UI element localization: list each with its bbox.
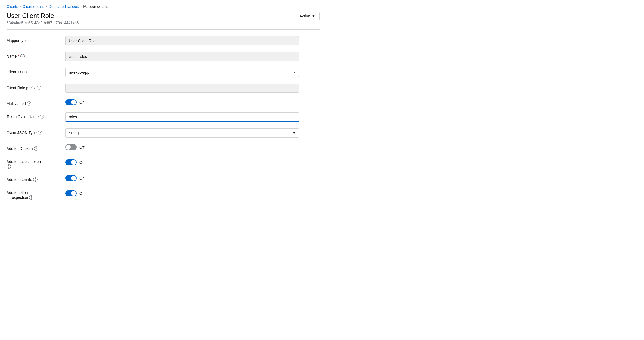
page-header: User Client Role 634a4ad5-cc65-43d0-bd87… bbox=[7, 12, 320, 25]
help-icon-add-to-userinfo[interactable]: ? bbox=[33, 177, 38, 182]
breadcrumb-sep-1: › bbox=[20, 5, 21, 8]
label-bottom-token-introspection: introspection ? bbox=[7, 195, 61, 200]
label-top-access-token: Add to access token bbox=[7, 159, 61, 164]
label-claim-json-type: Claim JSON Type ? bbox=[7, 128, 61, 135]
help-icon-claim-json-type[interactable]: ? bbox=[38, 131, 42, 135]
breadcrumb: Clients › Client details › Dedicated sco… bbox=[7, 4, 320, 9]
control-name bbox=[65, 52, 299, 61]
action-button[interactable]: Action ▼ bbox=[295, 12, 320, 20]
form-row-token-claim-name: Token Claim Name ? bbox=[7, 112, 320, 122]
label-add-to-access-token: Add to access token ? bbox=[7, 157, 61, 169]
control-token-claim-name bbox=[65, 112, 299, 122]
form-row-add-to-token-introspection: Add to token introspection ? On bbox=[7, 188, 320, 200]
toggle-multivalued[interactable] bbox=[65, 99, 77, 105]
help-icon-token-claim-name[interactable]: ? bbox=[40, 115, 44, 119]
toggle-add-to-userinfo[interactable] bbox=[65, 175, 77, 181]
control-mapper-type bbox=[65, 36, 299, 45]
form-container: Mapper type Name * ? Client ID ? bbox=[7, 36, 320, 200]
control-add-to-access-token: On bbox=[65, 157, 299, 165]
toggle-slider-multivalued bbox=[65, 99, 77, 105]
breadcrumb-clients[interactable]: Clients bbox=[7, 4, 18, 9]
form-row-add-to-userinfo: Add to userinfo ? On bbox=[7, 175, 320, 182]
toggle-wrapper-multivalued: On bbox=[65, 99, 299, 105]
label-add-to-userinfo: Add to userinfo ? bbox=[7, 175, 61, 182]
control-claim-json-type: String JSON long int boolean ▼ bbox=[65, 128, 299, 138]
toggle-slider-add-to-userinfo bbox=[65, 175, 77, 181]
input-name bbox=[65, 52, 299, 61]
input-client-role-prefix[interactable] bbox=[65, 84, 299, 93]
label-client-role-prefix: Client Role prefix ? bbox=[7, 84, 61, 90]
help-icon-add-to-id-token[interactable]: ? bbox=[34, 146, 38, 151]
required-indicator: * bbox=[18, 54, 19, 58]
form-row-client-id: Client ID ? rn-expo-app ▼ bbox=[7, 68, 320, 77]
label-token-claim-name: Token Claim Name ? bbox=[7, 112, 61, 119]
page-container: Clients › Client details › Dedicated sco… bbox=[0, 0, 326, 211]
breadcrumb-current: Mapper details bbox=[83, 4, 108, 9]
action-button-label: Action bbox=[300, 14, 310, 18]
control-add-to-userinfo: On bbox=[65, 175, 299, 181]
help-icon-add-to-token-introspection[interactable]: ? bbox=[29, 195, 33, 200]
toggle-label-add-to-access-token: On bbox=[79, 160, 85, 165]
input-token-claim-name[interactable] bbox=[65, 112, 299, 122]
label-add-to-token-introspection: Add to token introspection ? bbox=[7, 188, 61, 200]
label-mapper-type: Mapper type bbox=[7, 36, 61, 43]
help-icon-client-role-prefix[interactable]: ? bbox=[37, 86, 41, 90]
help-icon-name[interactable]: ? bbox=[20, 54, 25, 58]
toggle-label-multivalued: On bbox=[79, 100, 85, 104]
toggle-wrapper-add-to-access-token: On bbox=[65, 159, 299, 165]
control-add-to-id-token: Off bbox=[65, 144, 299, 150]
toggle-wrapper-add-to-userinfo: On bbox=[65, 175, 299, 181]
label-bottom-access-token: ? bbox=[7, 164, 61, 169]
toggle-add-to-access-token[interactable] bbox=[65, 159, 77, 165]
toggle-label-add-to-userinfo: On bbox=[79, 176, 85, 180]
toggle-add-to-token-introspection[interactable] bbox=[65, 190, 77, 196]
form-row-multivalued: Multivalued ? On bbox=[7, 99, 320, 106]
toggle-wrapper-add-to-id-token: Off bbox=[65, 144, 299, 150]
select-claim-json-type[interactable]: String JSON long int boolean bbox=[65, 128, 299, 138]
breadcrumb-sep-2: › bbox=[46, 5, 47, 8]
page-subtitle: 634a4ad5-cc65-43d0-bd87-e70a144414c6 bbox=[7, 21, 79, 25]
title-section: User Client Role 634a4ad5-cc65-43d0-bd87… bbox=[7, 12, 79, 25]
toggle-label-add-to-token-introspection: On bbox=[79, 191, 85, 196]
control-multivalued: On bbox=[65, 99, 299, 105]
select-client-id[interactable]: rn-expo-app bbox=[65, 68, 299, 77]
chevron-down-icon: ▼ bbox=[312, 14, 315, 18]
label-client-id: Client ID ? bbox=[7, 68, 61, 74]
label-top-token-introspection: Add to token bbox=[7, 190, 61, 195]
toggle-slider-add-to-token-introspection bbox=[65, 190, 77, 196]
label-multivalued: Multivalued ? bbox=[7, 99, 61, 106]
control-add-to-token-introspection: On bbox=[65, 188, 299, 196]
breadcrumb-client-details[interactable]: Client details bbox=[23, 4, 44, 9]
help-icon-multivalued[interactable]: ? bbox=[27, 101, 31, 106]
form-row-claim-json-type: Claim JSON Type ? String JSON long int b… bbox=[7, 128, 320, 138]
control-client-role-prefix bbox=[65, 84, 299, 93]
select-wrapper-client-id: rn-expo-app ▼ bbox=[65, 68, 299, 77]
form-row-add-to-access-token: Add to access token ? On bbox=[7, 157, 320, 169]
breadcrumb-sep-3: › bbox=[80, 5, 82, 8]
header-divider bbox=[7, 29, 320, 30]
help-icon-add-to-access-token[interactable]: ? bbox=[7, 164, 11, 169]
breadcrumb-dedicated-scopes[interactable]: Dedicated scopes bbox=[49, 4, 79, 9]
help-icon-client-id[interactable]: ? bbox=[22, 70, 27, 74]
toggle-slider-add-to-id-token bbox=[65, 144, 77, 150]
label-add-to-id-token: Add to ID token ? bbox=[7, 144, 61, 151]
form-row-mapper-type: Mapper type bbox=[7, 36, 320, 45]
input-mapper-type bbox=[65, 36, 299, 45]
form-row-client-role-prefix: Client Role prefix ? bbox=[7, 84, 320, 93]
toggle-label-add-to-id-token: Off bbox=[79, 145, 84, 149]
toggle-add-to-id-token[interactable] bbox=[65, 144, 77, 150]
select-wrapper-claim-json-type: String JSON long int boolean ▼ bbox=[65, 128, 299, 138]
toggle-slider-add-to-access-token bbox=[65, 159, 77, 165]
form-row-name: Name * ? bbox=[7, 52, 320, 61]
label-name: Name * ? bbox=[7, 52, 61, 58]
form-row-add-to-id-token: Add to ID token ? Off bbox=[7, 144, 320, 151]
page-title: User Client Role bbox=[7, 12, 79, 20]
toggle-wrapper-add-to-token-introspection: On bbox=[65, 190, 299, 196]
control-client-id: rn-expo-app ▼ bbox=[65, 68, 299, 77]
